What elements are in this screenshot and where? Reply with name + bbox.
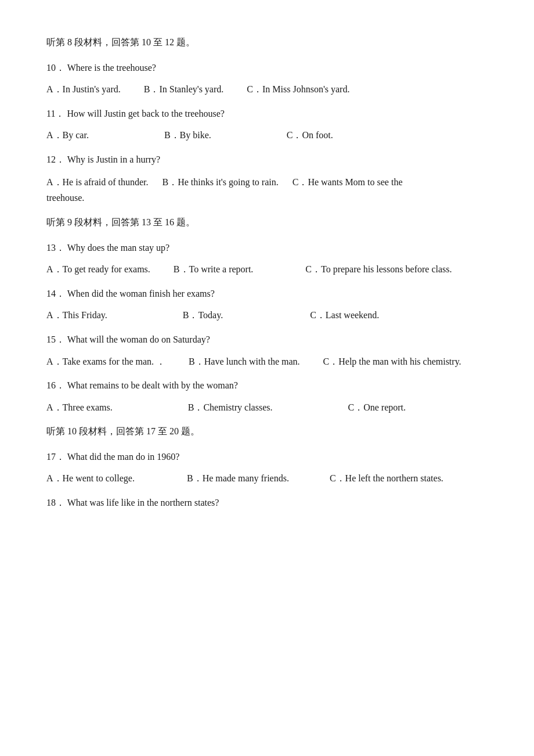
q14-option-b: B．Today. — [183, 308, 223, 323]
q11-option-b: B．By bike. — [164, 128, 211, 143]
exam-content: 听第 8 段材料，回答第 10 至 12 题。 10． Where is the… — [46, 35, 488, 510]
q13-options: A．To get ready for exams. B．To write a r… — [46, 262, 488, 277]
question-10: 10． Where is the treehouse? A．In Justin'… — [46, 60, 488, 97]
q11-text: 11． How will Justin get back to the tree… — [46, 106, 488, 121]
q10-text: 10． Where is the treehouse? — [46, 60, 488, 75]
q15-option-a: A．Take exams for the man. ． — [46, 354, 165, 369]
q17-option-a: A．He went to college. — [46, 471, 135, 486]
q15-option-b: B．Have lunch with the man. — [189, 354, 300, 369]
q15-option-c: C．Help the man with his chemistry. — [323, 354, 461, 369]
q16-option-a: A．Three exams. — [46, 400, 113, 415]
q17-option-b: B．He made many friends. — [187, 471, 289, 486]
q13-option-c: C．To prepare his lessons before class. — [305, 262, 452, 277]
q11-option-a: A．By car. — [46, 128, 89, 143]
section-8-header: 听第 8 段材料，回答第 10 至 12 题。 — [46, 35, 488, 50]
section-9-header: 听第 9 段材料，回答第 13 至 16 题。 — [46, 215, 488, 230]
question-13: 13． Why does the man stay up? A．To get r… — [46, 240, 488, 277]
section-10: 听第 10 段材料，回答第 17 至 20 题。 17． What did th… — [46, 424, 488, 510]
q14-text: 14． When did the woman finish her exams? — [46, 286, 488, 301]
q11-options: A．By car. B．By bike. C．On foot. — [46, 128, 488, 143]
question-16: 16． What remains to be dealt with by the… — [46, 378, 488, 415]
question-18: 18． What was life like in the northern s… — [46, 495, 488, 510]
q16-option-c: C．One report. — [348, 400, 406, 415]
q10-option-c: C．In Miss Johnson's yard. — [247, 82, 349, 97]
question-17: 17． What did the man do in 1960? A．He we… — [46, 449, 488, 486]
q17-option-c: C．He left the northern states. — [330, 471, 443, 486]
question-14: 14． When did the woman finish her exams?… — [46, 286, 488, 323]
q13-option-a: A．To get ready for exams. — [46, 262, 150, 277]
q12-option-a: A．He is afraid of thunder. — [46, 177, 149, 187]
section-10-header: 听第 10 段材料，回答第 17 至 20 题。 — [46, 424, 488, 439]
q12-option-b: B．He thinks it's going to rain. — [163, 177, 279, 187]
section-9: 听第 9 段材料，回答第 13 至 16 题。 13． Why does the… — [46, 215, 488, 415]
q15-text: 15． What will the woman do on Saturday? — [46, 332, 488, 347]
section-8: 听第 8 段材料，回答第 10 至 12 题。 10． Where is the… — [46, 35, 488, 206]
question-15: 15． What will the woman do on Saturday? … — [46, 332, 488, 369]
q10-option-a: A．In Justin's yard. — [46, 82, 121, 97]
q13-option-b: B．To write a report. — [174, 262, 254, 277]
q12-option-c: C．He wants Mom to see the — [293, 177, 403, 187]
q16-options: A．Three exams. B．Chemistry classes. C．On… — [46, 400, 488, 415]
q16-text: 16． What remains to be dealt with by the… — [46, 378, 488, 393]
q12-text: 12． Why is Justin in a hurry? — [46, 152, 488, 167]
q11-option-c: C．On foot. — [287, 128, 333, 143]
q12-option-c-cont: treehouse. — [46, 193, 84, 203]
question-12: 12． Why is Justin in a hurry? A．He is af… — [46, 152, 488, 206]
q14-option-c: C．Last weekend. — [310, 308, 379, 323]
q14-options: A．This Friday. B．Today. C．Last weekend. — [46, 308, 488, 323]
q15-options: A．Take exams for the man. ． B．Have lunch… — [46, 354, 488, 369]
q13-text: 13． Why does the man stay up? — [46, 240, 488, 255]
q17-text: 17． What did the man do in 1960? — [46, 449, 488, 465]
question-11: 11． How will Justin get back to the tree… — [46, 106, 488, 143]
q17-options: A．He went to college. B．He made many fri… — [46, 471, 488, 486]
q10-option-b: B．In Stanley's yard. — [144, 82, 224, 97]
q16-option-b: B．Chemistry classes. — [188, 400, 273, 415]
q10-options: A．In Justin's yard. B．In Stanley's yard.… — [46, 82, 488, 97]
q12-options: A．He is afraid of thunder. B．He thinks i… — [46, 174, 488, 206]
q14-option-a: A．This Friday. — [46, 308, 107, 323]
q18-text: 18． What was life like in the northern s… — [46, 495, 488, 510]
